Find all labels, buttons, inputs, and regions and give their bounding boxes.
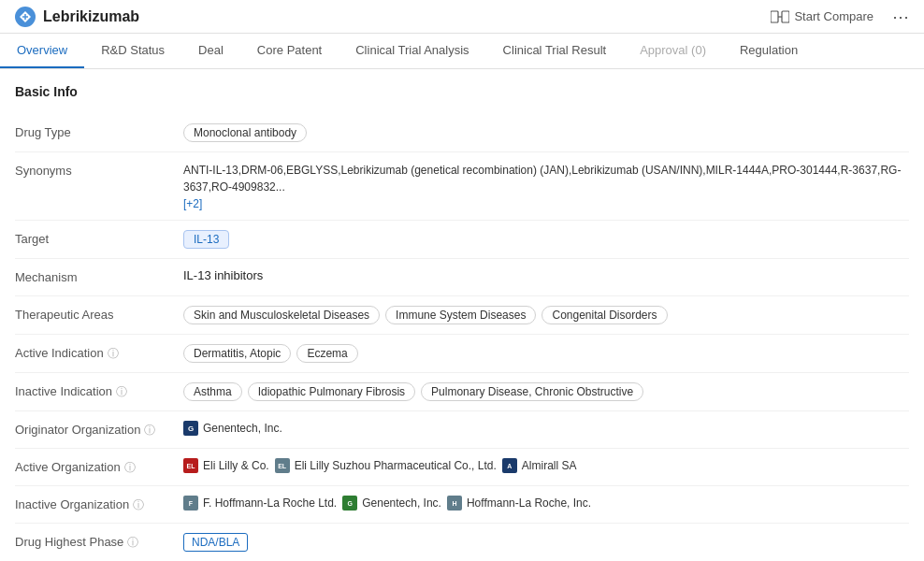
originator-org-help-icon[interactable]: ⓘ bbox=[144, 423, 155, 439]
synonyms-label: Synonyms bbox=[15, 162, 183, 178]
therapeutic-areas-label: Therapeutic Areas bbox=[15, 306, 183, 322]
drug-type-value: Monoclonal antibody bbox=[183, 123, 909, 142]
inactive-indication-tag[interactable]: Idiopathic Pulmonary Fibrosis bbox=[248, 382, 415, 401]
tab-core-patent[interactable]: Core Patent bbox=[240, 34, 339, 68]
inactive-org-label: Inactive Organization ⓘ bbox=[15, 496, 183, 513]
header-left: Lebrikizumab bbox=[15, 7, 139, 27]
active-org-value: EL Eli Lilly & Co. EL Eli Lilly Suzhou P… bbox=[183, 458, 909, 473]
target-row: Target IL-13 bbox=[15, 221, 909, 259]
org-hoffmann-la-roche-inc[interactable]: H Hoffmann-La Roche, Inc. bbox=[447, 496, 591, 511]
org-logo-hoffmann-la-roche: F bbox=[183, 496, 198, 511]
active-indication-row: Active Indication ⓘ Dermatitis, AtopicEc… bbox=[15, 335, 909, 373]
org-genentech-originator[interactable]: G Genentech, Inc. bbox=[183, 421, 282, 436]
therapeutic-area-tag[interactable]: Congenital Disorders bbox=[541, 306, 667, 324]
org-logo-almirall: A bbox=[502, 458, 517, 473]
target-label: Target bbox=[15, 230, 183, 246]
org-genentech-inactive[interactable]: G Genentech, Inc. bbox=[342, 496, 441, 511]
org-name-almirall: Almirall SA bbox=[522, 459, 577, 472]
org-eli-lilly[interactable]: EL Eli Lilly & Co. bbox=[183, 458, 269, 473]
org-almirall[interactable]: A Almirall SA bbox=[502, 458, 577, 473]
target-value: IL-13 bbox=[183, 230, 909, 249]
tab-deal[interactable]: Deal bbox=[181, 34, 240, 68]
originator-org-label: Originator Organization ⓘ bbox=[15, 421, 183, 439]
org-name-hoffmann-la-roche: F. Hoffmann-La Roche Ltd. bbox=[203, 496, 337, 510]
inactive-indication-tag[interactable]: Pulmonary Disease, Chronic Obstructive bbox=[421, 382, 643, 401]
active-indication-tag[interactable]: Eczema bbox=[296, 344, 357, 363]
org-name-eli-lilly-suzhou: Eli Lilly Suzhou Pharmaceutical Co., Ltd… bbox=[295, 459, 497, 472]
active-indication-tag[interactable]: Dermatitis, Atopic bbox=[183, 344, 291, 363]
tab-clinical-trial-analysis[interactable]: Clinical Trial Analysis bbox=[339, 34, 485, 68]
svg-rect-2 bbox=[771, 11, 778, 22]
active-indication-value: Dermatitis, AtopicEczema bbox=[183, 344, 909, 363]
drug-type-tag: Monoclonal antibody bbox=[183, 123, 307, 142]
compare-icon bbox=[771, 10, 789, 23]
app-header: Lebrikizumab Start Compare ⋯ bbox=[0, 0, 924, 34]
synonyms-more[interactable]: [+2] bbox=[183, 197, 202, 210]
mechanism-label: Mechanism bbox=[15, 268, 183, 284]
drug-highest-phase-help-icon[interactable]: ⓘ bbox=[127, 535, 138, 551]
org-eli-lilly-suzhou[interactable]: EL Eli Lilly Suzhou Pharmaceutical Co., … bbox=[275, 458, 497, 473]
therapeutic-areas-value: Skin and Musculoskeletal DiseasesImmune … bbox=[183, 306, 909, 324]
mechanism-row: Mechanism IL-13 inhibitors bbox=[15, 259, 909, 296]
therapeutic-areas-row: Therapeutic Areas Skin and Musculoskelet… bbox=[15, 296, 909, 335]
inactive-org-help-icon[interactable]: ⓘ bbox=[133, 497, 144, 513]
org-logo-eli-lilly-suzhou: EL bbox=[275, 458, 290, 473]
nav-tabs: Overview R&D Status Deal Core Patent Cli… bbox=[0, 34, 924, 69]
drug-highest-phase-row: Drug Highest Phase ⓘ NDA/BLA bbox=[15, 524, 909, 561]
synonyms-text: ANTI-IL-13,DRM-06,EBGLYSS,Lebrikizumab (… bbox=[183, 162, 909, 195]
section-basic-info: Basic Info bbox=[15, 84, 909, 99]
org-name-genentech-originator: Genentech, Inc. bbox=[203, 422, 282, 435]
active-indication-label: Active Indication ⓘ bbox=[15, 344, 183, 362]
start-compare-label: Start Compare bbox=[794, 9, 873, 23]
active-org-row: Active Organization ⓘ EL Eli Lilly & Co.… bbox=[15, 449, 909, 486]
originator-org-value: G Genentech, Inc. bbox=[183, 421, 909, 436]
inactive-indication-label: Inactive Indication ⓘ bbox=[15, 382, 183, 400]
org-logo-genentech-originator: G bbox=[183, 421, 198, 436]
inactive-org-row: Inactive Organization ⓘ F F. Hoffmann-La… bbox=[15, 486, 909, 524]
svg-rect-3 bbox=[782, 11, 789, 22]
drug-highest-phase-label: Drug Highest Phase ⓘ bbox=[15, 533, 183, 551]
synonyms-value: ANTI-IL-13,DRM-06,EBGLYSS,Lebrikizumab (… bbox=[183, 162, 909, 210]
org-logo-genentech-inactive: G bbox=[342, 496, 357, 511]
org-name-eli-lilly: Eli Lilly & Co. bbox=[203, 459, 269, 472]
phase-badge: NDA/BLA bbox=[183, 533, 248, 552]
inactive-indication-tag[interactable]: Asthma bbox=[183, 382, 242, 401]
mechanism-text: IL-13 inhibitors bbox=[183, 268, 263, 282]
tab-approval: Approval (0) bbox=[623, 34, 723, 68]
inactive-indication-help-icon[interactable]: ⓘ bbox=[116, 384, 127, 400]
mechanism-value: IL-13 inhibitors bbox=[183, 268, 909, 282]
main-content: Basic Info Drug Type Monoclonal antibody… bbox=[0, 69, 924, 561]
menu-icon[interactable]: ⋯ bbox=[892, 7, 909, 27]
tab-regulation[interactable]: Regulation bbox=[723, 34, 815, 68]
tab-overview[interactable]: Overview bbox=[0, 34, 84, 68]
drug-name: Lebrikizumab bbox=[43, 8, 139, 25]
inactive-indication-value: AsthmaIdiopathic Pulmonary FibrosisPulmo… bbox=[183, 382, 909, 401]
active-org-label: Active Organization ⓘ bbox=[15, 458, 183, 476]
active-org-help-icon[interactable]: ⓘ bbox=[124, 460, 136, 476]
therapeutic-area-tag[interactable]: Immune System Diseases bbox=[385, 306, 536, 324]
org-name-genentech-inactive: Genentech, Inc. bbox=[362, 496, 441, 510]
originator-org-row: Originator Organization ⓘ G Genentech, I… bbox=[15, 411, 909, 449]
drug-highest-phase-value: NDA/BLA bbox=[183, 533, 909, 552]
drug-type-row: Drug Type Monoclonal antibody bbox=[15, 114, 909, 152]
synonyms-row: Synonyms ANTI-IL-13,DRM-06,EBGLYSS,Lebri… bbox=[15, 152, 909, 221]
tab-rd-status[interactable]: R&D Status bbox=[84, 34, 181, 68]
active-indication-help-icon[interactable]: ⓘ bbox=[108, 346, 119, 362]
target-tag[interactable]: IL-13 bbox=[183, 230, 229, 249]
tab-clinical-trial-result[interactable]: Clinical Trial Result bbox=[486, 34, 624, 68]
header-right: Start Compare ⋯ bbox=[763, 6, 909, 27]
org-hoffmann-la-roche[interactable]: F F. Hoffmann-La Roche Ltd. bbox=[183, 496, 337, 511]
drug-icon bbox=[15, 7, 36, 27]
therapeutic-area-tag[interactable]: Skin and Musculoskeletal Diseases bbox=[183, 306, 380, 324]
org-logo-eli-lilly: EL bbox=[183, 458, 198, 473]
org-logo-hoffmann-la-roche-inc: H bbox=[447, 496, 462, 511]
org-name-hoffmann-la-roche-inc: Hoffmann-La Roche, Inc. bbox=[467, 496, 591, 510]
start-compare-button[interactable]: Start Compare bbox=[763, 6, 881, 27]
drug-type-label: Drug Type bbox=[15, 123, 183, 139]
inactive-org-value: F F. Hoffmann-La Roche Ltd. G Genentech,… bbox=[183, 496, 909, 511]
inactive-indication-row: Inactive Indication ⓘ AsthmaIdiopathic P… bbox=[15, 373, 909, 411]
